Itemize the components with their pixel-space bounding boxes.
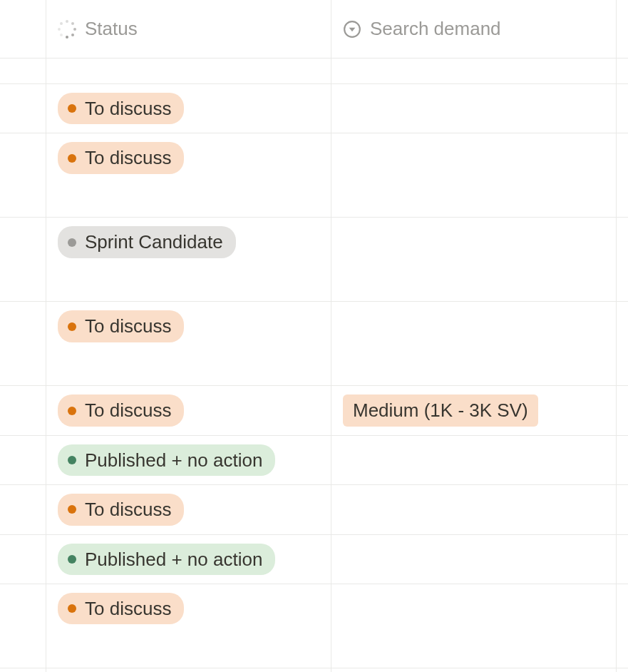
trailing-cell	[617, 668, 628, 672]
search-demand-cell[interactable]	[331, 668, 617, 672]
leading-cell[interactable]	[0, 302, 46, 386]
trailing-cell	[617, 58, 628, 84]
search-demand-tag[interactable]: Medium (1K - 3K SV)	[343, 394, 538, 426]
search-demand-cell[interactable]	[331, 84, 617, 133]
trailing-cell	[617, 436, 628, 485]
status-tag-label: Sprint Candidate	[85, 229, 223, 255]
status-dot-icon	[68, 555, 76, 564]
status-tag[interactable]: To discuss	[58, 494, 184, 525]
status-cell[interactable]: To discuss	[46, 84, 331, 133]
trailing-cell	[617, 535, 628, 584]
status-cell[interactable]	[46, 58, 331, 84]
status-dot-icon	[68, 322, 76, 331]
search-demand-cell[interactable]	[331, 302, 617, 386]
status-dot-icon	[68, 505, 76, 514]
status-tag-label: Published + no action	[85, 546, 262, 572]
column-header-label: Search demand	[370, 18, 501, 40]
leading-cell[interactable]	[0, 218, 46, 302]
status-dot-icon	[68, 456, 76, 464]
status-tag-label: Published + no action	[85, 447, 262, 473]
trailing-column-header	[617, 0, 628, 58]
status-cell[interactable]: Published + no action	[46, 436, 331, 485]
database-table: Status Search demand To discussTo discus…	[0, 0, 628, 672]
trailing-cell	[617, 584, 628, 668]
leading-cell[interactable]	[0, 436, 46, 485]
status-tag[interactable]: Published + no action	[58, 444, 275, 476]
trailing-cell	[617, 485, 628, 534]
status-cell[interactable]: To discuss	[46, 668, 331, 672]
status-tag[interactable]: To discuss	[58, 310, 184, 342]
status-cell[interactable]: To discuss	[46, 133, 331, 218]
status-tag[interactable]: To discuss	[58, 593, 184, 624]
column-header-label: Status	[85, 18, 138, 40]
status-dot-icon	[68, 104, 76, 113]
status-tag-label: To discuss	[85, 96, 171, 121]
status-tag[interactable]: To discuss	[58, 93, 184, 124]
dropdown-circle-icon	[343, 20, 361, 39]
trailing-cell	[617, 133, 628, 218]
leading-cell[interactable]	[0, 535, 46, 584]
leading-cell[interactable]	[0, 584, 46, 668]
search-demand-cell[interactable]	[331, 218, 617, 302]
status-tag-label: To discuss	[85, 497, 171, 522]
status-cell[interactable]: Published + no action	[46, 535, 331, 584]
status-dot-icon	[68, 604, 76, 613]
status-cell[interactable]: To discuss	[46, 386, 331, 435]
status-tag[interactable]: To discuss	[58, 394, 184, 426]
search-demand-cell[interactable]	[331, 58, 617, 84]
search-demand-cell[interactable]	[331, 584, 617, 668]
search-demand-cell[interactable]: Medium (1K - 3K SV)	[331, 386, 617, 435]
status-tag[interactable]: To discuss	[58, 142, 184, 173]
leading-cell[interactable]	[0, 485, 46, 534]
status-cell[interactable]: To discuss	[46, 584, 331, 668]
loading-icon	[58, 20, 76, 39]
status-tag-label: To discuss	[85, 397, 171, 423]
search-demand-cell[interactable]	[331, 436, 617, 485]
search-demand-tag-label: Medium (1K - 3K SV)	[353, 397, 528, 423]
leading-cell[interactable]	[0, 133, 46, 218]
trailing-cell	[617, 84, 628, 133]
status-dot-icon	[68, 238, 76, 247]
leading-cell[interactable]	[0, 386, 46, 435]
status-cell[interactable]: To discuss	[46, 302, 331, 386]
status-tag-label: To discuss	[85, 596, 171, 621]
status-tag[interactable]: Sprint Candidate	[58, 226, 236, 258]
search-demand-cell[interactable]	[331, 485, 617, 534]
column-header-search-demand[interactable]: Search demand	[331, 0, 617, 58]
status-cell[interactable]: Sprint Candidate	[46, 218, 331, 302]
leading-cell[interactable]	[0, 668, 46, 672]
status-dot-icon	[68, 407, 76, 415]
status-dot-icon	[68, 154, 76, 163]
trailing-cell	[617, 386, 628, 435]
leading-column-header[interactable]	[0, 0, 46, 58]
search-demand-cell[interactable]	[331, 535, 617, 584]
leading-cell[interactable]	[0, 84, 46, 133]
leading-cell[interactable]	[0, 58, 46, 84]
status-cell[interactable]: To discuss	[46, 485, 331, 534]
status-tag[interactable]: Published + no action	[58, 544, 275, 575]
search-demand-cell[interactable]	[331, 133, 617, 218]
status-tag-label: To discuss	[85, 313, 171, 339]
column-header-status[interactable]: Status	[46, 0, 331, 58]
trailing-cell	[617, 302, 628, 386]
trailing-cell	[617, 218, 628, 302]
status-tag-label: To discuss	[85, 145, 171, 170]
